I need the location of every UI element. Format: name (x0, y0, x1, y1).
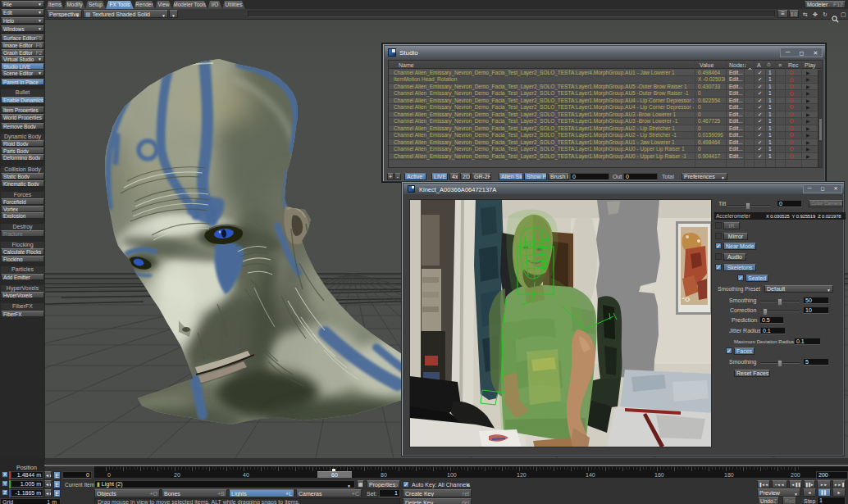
svg-text:“O: “O (682, 296, 690, 303)
